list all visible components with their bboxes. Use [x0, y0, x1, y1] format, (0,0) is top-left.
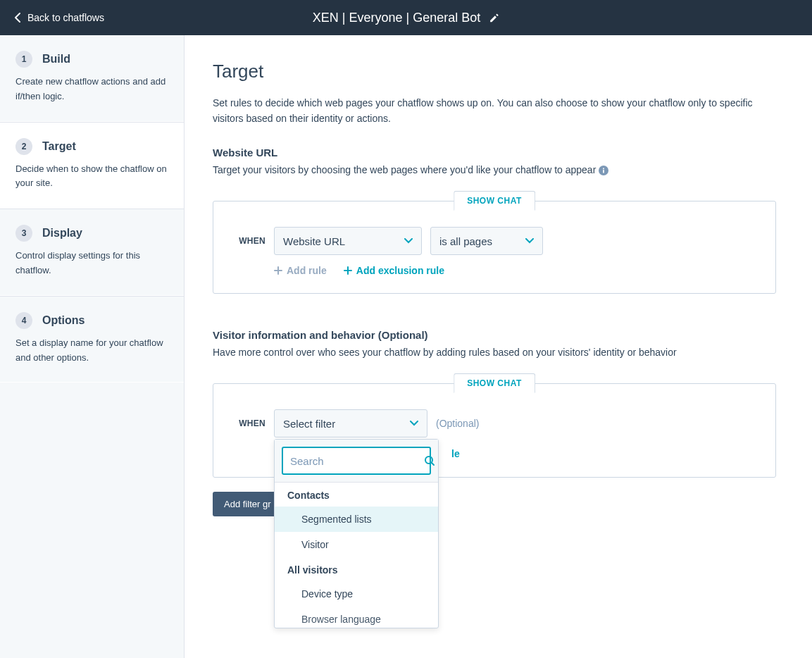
search-icon [424, 455, 435, 466]
show-chat-badge: SHOW CHAT [454, 191, 535, 211]
step-title: Build [42, 53, 70, 66]
plus-icon [344, 266, 352, 275]
step-options[interactable]: 4 Options Set a display name for your ch… [0, 296, 184, 383]
add-exclusion-button[interactable]: Add exclusion rule [344, 265, 444, 276]
step-desc: Set a display name for your chatflow and… [15, 336, 168, 366]
when-label: WHEN [235, 236, 266, 246]
partial-link[interactable]: le [451, 448, 460, 459]
plus-icon [274, 266, 282, 275]
add-rule-button[interactable]: Add rule [274, 265, 327, 276]
page-desc: Set rules to decide which web pages your… [213, 95, 776, 127]
dropdown-item-device-type[interactable]: Device type [275, 581, 438, 607]
url-field-value: Website URL [283, 235, 345, 247]
step-title: Target [42, 140, 76, 153]
chevron-left-icon [14, 13, 20, 23]
step-number: 1 [15, 51, 32, 68]
filter-select-value: Select filter [283, 418, 335, 430]
step-target[interactable]: 2 Target Decide when to show the chatflo… [0, 122, 184, 209]
add-rule-label: Add rule [287, 265, 327, 276]
step-desc: Control display settings for this chatfl… [15, 249, 168, 278]
dropdown-search-input[interactable] [290, 455, 424, 467]
back-to-chatflows-link[interactable]: Back to chatflows [14, 12, 104, 23]
section-title-url: Website URL [213, 147, 776, 159]
back-label: Back to chatflows [27, 12, 104, 23]
dropdown-search[interactable] [282, 447, 431, 475]
main-content: Target Set rules to decide which web pag… [185, 35, 804, 658]
svg-rect-2 [603, 168, 604, 170]
filter-dropdown: Contacts Segmented lists Visitor All vis… [274, 439, 439, 628]
dropdown-item-segmented-lists[interactable]: Segmented lists [275, 507, 438, 532]
url-field-select[interactable]: Website URL [274, 227, 422, 255]
chevron-down-icon [410, 421, 418, 426]
step-build[interactable]: 1 Build Create new chatflow actions and … [0, 35, 184, 122]
section-desc-visitor: Have more control over who sees your cha… [213, 347, 776, 358]
section-desc-url: Target your visitors by choosing the web… [213, 164, 776, 175]
show-chat-badge: SHOW CHAT [454, 373, 535, 393]
step-number: 2 [15, 138, 32, 155]
url-rules-box: SHOW CHAT WHEN Website URL is all pages [213, 201, 776, 294]
topbar: Back to chatflows XEN | Everyone | Gener… [0, 0, 812, 35]
steps-sidebar: 1 Build Create new chatflow actions and … [0, 35, 185, 658]
chatflow-title-wrap: XEN | Everyone | General Bot [313, 11, 499, 25]
info-icon[interactable] [599, 166, 608, 175]
svg-rect-1 [603, 170, 604, 173]
step-number: 3 [15, 225, 32, 242]
add-exclusion-label: Add exclusion rule [356, 265, 444, 276]
step-display[interactable]: 3 Display Control display settings for t… [0, 209, 184, 296]
step-number: 4 [15, 312, 32, 329]
url-condition-value: is all pages [439, 235, 492, 247]
step-desc: Decide when to show the chatflow on your… [15, 162, 168, 192]
dropdown-item-browser-language[interactable]: Browser language [275, 607, 438, 628]
chevron-down-icon [404, 238, 413, 244]
chatflow-title: XEN | Everyone | General Bot [313, 11, 480, 25]
dropdown-group-contacts: Contacts [275, 483, 438, 507]
dropdown-item-visitor[interactable]: Visitor [275, 532, 438, 557]
section-title-visitor: Visitor information and behavior (Option… [213, 329, 776, 341]
filter-select[interactable]: Select filter [274, 409, 427, 437]
visitor-rules-box: SHOW CHAT WHEN Select filter [213, 383, 776, 478]
edit-title-icon[interactable] [489, 13, 499, 23]
step-desc: Create new chatflow actions and add if/t… [15, 75, 168, 104]
optional-label: (Optional) [436, 418, 479, 429]
step-title: Display [42, 227, 82, 240]
when-label: WHEN [235, 418, 266, 428]
url-condition-select[interactable]: is all pages [430, 227, 543, 255]
step-title: Options [42, 314, 85, 327]
chevron-down-icon [525, 238, 534, 244]
page-title: Target [213, 61, 776, 82]
add-filter-group-button[interactable]: Add filter gr [213, 492, 282, 516]
dropdown-group-all-visitors: All visitors [275, 557, 438, 581]
